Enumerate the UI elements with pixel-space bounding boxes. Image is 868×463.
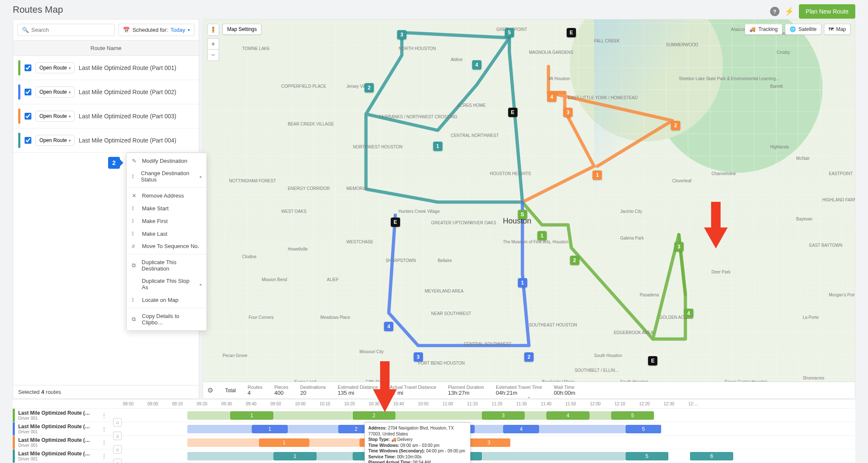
timeline-row-label[interactable]: Last Mile Optimized Route (…Driver 001 [15, 410, 100, 421]
route-checkbox[interactable] [25, 113, 31, 120]
map-marker[interactable]: 3 [414, 352, 423, 362]
ctx-duplicate-this-destination[interactable]: ⧉Duplicate This Destination [127, 256, 206, 275]
gear-icon[interactable]: ⚙ [207, 386, 213, 394]
pegman-icon[interactable]: 🧍 [207, 24, 219, 36]
map-canvas[interactable]: TOWNE LAKEFALL CREEKSUMMERWOODAtascocita… [203, 19, 855, 399]
menu-item-icon: ⟟ [132, 173, 137, 180]
map-marker[interactable]: 1 [433, 142, 442, 151]
map-marker[interactable]: 5 [505, 28, 514, 37]
zoom-in-button[interactable]: + [208, 39, 219, 50]
time-tick: 09:00 [147, 402, 172, 406]
timeline-stop-segment[interactable]: 2 [353, 411, 396, 420]
ctx-make-last[interactable]: ⟟Make Last [127, 227, 206, 240]
map-marker[interactable]: E [508, 108, 517, 117]
timeline-stop-segment[interactable]: 3 [467, 438, 511, 447]
open-route-button[interactable]: Open Route▾ [36, 135, 75, 146]
map-marker[interactable]: 1 [537, 231, 547, 240]
route-row: Open Route▾ Last Mile Optimized Route (P… [13, 104, 199, 128]
map-marker[interactable]: S [518, 210, 527, 219]
zoom-out-button[interactable]: − [208, 50, 219, 61]
open-route-button[interactable]: Open Route▾ [36, 86, 75, 98]
map-marker[interactable]: 4 [384, 322, 393, 331]
search-input-wrapper[interactable]: 🔍 [17, 24, 115, 36]
callout-2: 2 [108, 157, 120, 169]
menu-item-icon: ⧉ [132, 262, 137, 269]
timeline-stop-segment[interactable]: 5 [611, 411, 654, 420]
ctx-remove-address[interactable]: ✕Remove Address [127, 190, 206, 202]
map-marker[interactable]: 1 [593, 170, 602, 180]
ctx-make-start[interactable]: ⟟Make Start [127, 202, 206, 215]
map-settings-button[interactable]: Map Settings [223, 24, 262, 35]
map-marker[interactable]: E [648, 356, 657, 365]
route-checkbox[interactable] [25, 64, 31, 71]
satellite-button[interactable]: 🌐Satellite [785, 24, 821, 35]
map-marker[interactable]: 2 [364, 83, 374, 92]
time-tick: 09:20 [197, 402, 221, 406]
map-marker[interactable]: 3 [674, 242, 684, 251]
scheduled-for-dropdown[interactable]: 📅 Scheduled for: Today ▾ [118, 24, 195, 36]
timeline-stop-segment[interactable]: 4 [546, 411, 590, 420]
timeline-stop-segment[interactable]: 4 [503, 425, 539, 433]
timeline-stop-segment[interactable]: 1 [252, 425, 288, 433]
map-marker[interactable]: 2 [671, 121, 680, 130]
ctx-make-first[interactable]: ⟟Make First [127, 215, 206, 227]
map-marker[interactable]: 3 [397, 30, 406, 39]
help-icon[interactable]: ? [770, 7, 779, 16]
ctx-duplicate-this-stop-as[interactable]: Duplicate This Stop As [127, 275, 206, 293]
timeline-stop-segment[interactable]: 1 [273, 452, 317, 460]
menu-item-icon: ⟟ [132, 205, 138, 212]
bolt-icon[interactable]: ⚡ [785, 7, 794, 16]
timeline-travel-segment [317, 452, 353, 460]
map-type-button[interactable]: 🗺Map [824, 24, 851, 35]
plan-new-route-button[interactable]: Plan New Route [799, 4, 855, 19]
timeline-stop-segment[interactable]: 1 [259, 438, 309, 447]
kebab-icon[interactable]: ⋮ [100, 453, 108, 459]
kebab-icon[interactable]: ⋮ [100, 439, 108, 446]
route-name[interactable]: Last Mile Optimized Route (Part 004) [79, 137, 194, 144]
time-tick: 11:50 [565, 402, 590, 406]
chevron-down-icon: ▾ [69, 114, 71, 119]
calendar-icon: 📅 [123, 27, 130, 33]
time-tick: 11:20 [492, 402, 516, 406]
timeline-row-label[interactable]: Last Mile Optimized Route (…Driver 001 [15, 437, 100, 448]
timeline-row-label[interactable]: Last Mile Optimized Route (…Driver 001 [15, 424, 100, 434]
home-icon[interactable]: ⌂ [113, 459, 122, 463]
route-checkbox[interactable] [25, 89, 31, 95]
tracking-button[interactable]: 🚚Tracking [745, 24, 782, 35]
route-checkbox[interactable] [25, 137, 31, 144]
time-tick: 09:40 [246, 402, 270, 406]
map-marker[interactable]: 1 [518, 278, 527, 287]
ctx-locate-on-map[interactable]: ⟟Locate on Map [127, 293, 206, 306]
summary-stat: Destinations20 [300, 385, 326, 396]
map-marker[interactable]: E [567, 28, 576, 37]
open-route-button[interactable]: Open Route▾ [36, 62, 75, 73]
route-name[interactable]: Last Mile Optimized Route (Part 002) [79, 89, 194, 95]
map-marker[interactable]: 4 [472, 60, 481, 70]
timeline-stop-segment[interactable]: 1 [230, 411, 273, 420]
zoom-control[interactable]: + − [207, 38, 219, 61]
timeline-stop-segment[interactable]: 6 [690, 452, 733, 460]
map-marker[interactable]: 4 [684, 309, 693, 318]
map-marker[interactable]: 2 [570, 256, 579, 265]
kebab-icon[interactable]: ⋮ [100, 412, 108, 418]
timeline-row-label[interactable]: Last Mile Optimized Route (…Driver 001 [15, 451, 100, 461]
route-name[interactable]: Last Mile Optimized Route (Part 003) [79, 113, 194, 120]
timeline-stop-segment[interactable]: 5 [626, 425, 662, 433]
kebab-icon[interactable]: ⋮ [100, 426, 108, 432]
open-route-button[interactable]: Open Route▾ [36, 111, 75, 122]
map-marker[interactable]: 3 [563, 108, 573, 117]
ctx-change-destination-status[interactable]: ⟟Change Destination Status [127, 167, 206, 186]
time-tick: 12:… [688, 402, 713, 406]
ctx-copy-details-to-clipbo-[interactable]: ⧉Copy Details to Clipbo… [127, 310, 206, 329]
map-marker[interactable]: E [391, 218, 400, 227]
timeline-stop-segment[interactable]: 5 [626, 452, 669, 460]
ctx-move-to-sequence-no-[interactable]: #Move To Sequence No. [127, 240, 206, 252]
menu-item-icon: ⟟ [132, 218, 138, 224]
timeline-stop-segment[interactable]: 3 [482, 411, 525, 420]
ctx-modify-destination[interactable]: ✎Modify Destination [127, 155, 206, 167]
search-input[interactable] [31, 27, 110, 33]
chevron-down-icon[interactable]: ⌄ [527, 393, 531, 399]
map-marker[interactable]: 4 [547, 92, 556, 102]
map-marker[interactable]: 2 [524, 352, 534, 362]
route-name[interactable]: Last Mile Optimized Route (Part 001) [79, 64, 194, 71]
